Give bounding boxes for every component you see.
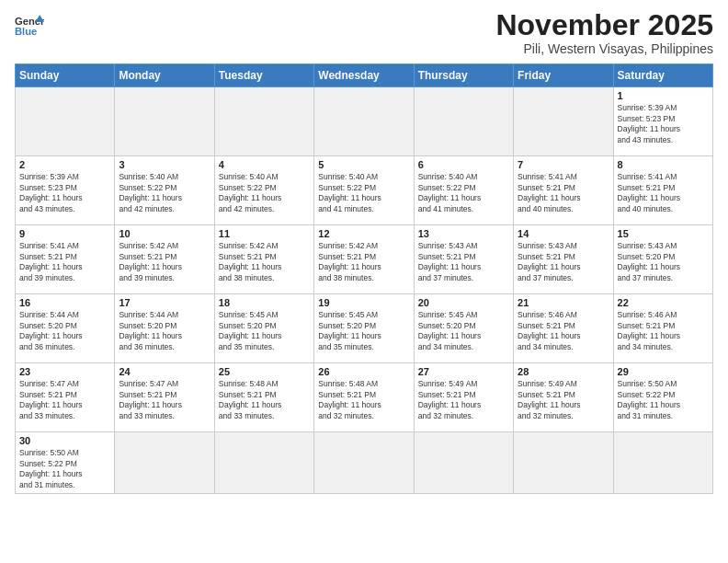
- day-info: Sunrise: 5:43 AM Sunset: 5:20 PM Dayligh…: [618, 241, 709, 283]
- day-info: Sunrise: 5:45 AM Sunset: 5:20 PM Dayligh…: [418, 310, 509, 352]
- day-info: Sunrise: 5:45 AM Sunset: 5:20 PM Dayligh…: [318, 310, 409, 352]
- day-info: Sunrise: 5:41 AM Sunset: 5:21 PM Dayligh…: [19, 241, 110, 283]
- calendar-cell: 15Sunrise: 5:43 AM Sunset: 5:20 PM Dayli…: [613, 225, 712, 294]
- day-number: 14: [518, 228, 609, 239]
- svg-text:Blue: Blue: [15, 26, 37, 37]
- day-number: 20: [418, 297, 509, 308]
- calendar-table: SundayMondayTuesdayWednesdayThursdayFrid…: [15, 63, 713, 494]
- calendar-cell: 25Sunrise: 5:48 AM Sunset: 5:21 PM Dayli…: [214, 363, 313, 432]
- generalblue-logo-icon: General Blue: [15, 13, 44, 39]
- calendar-week-row: 16Sunrise: 5:44 AM Sunset: 5:20 PM Dayli…: [16, 294, 713, 363]
- day-number: 18: [219, 297, 310, 308]
- day-info: Sunrise: 5:50 AM Sunset: 5:22 PM Dayligh…: [618, 379, 709, 421]
- calendar-cell: 17Sunrise: 5:44 AM Sunset: 5:20 PM Dayli…: [115, 294, 214, 363]
- day-number: 25: [219, 366, 310, 377]
- day-info: Sunrise: 5:49 AM Sunset: 5:21 PM Dayligh…: [418, 379, 509, 421]
- day-number: 24: [119, 366, 210, 377]
- day-number: 9: [19, 228, 110, 239]
- calendar-cell: 11Sunrise: 5:42 AM Sunset: 5:21 PM Dayli…: [214, 225, 313, 294]
- calendar-cell: [314, 432, 414, 494]
- day-number: 2: [19, 159, 110, 170]
- col-header-saturday: Saturday: [613, 64, 712, 87]
- calendar-week-row: 1Sunrise: 5:39 AM Sunset: 5:23 PM Daylig…: [16, 87, 713, 156]
- day-number: 3: [119, 159, 210, 170]
- day-number: 7: [518, 159, 609, 170]
- day-info: Sunrise: 5:44 AM Sunset: 5:20 PM Dayligh…: [19, 310, 110, 352]
- day-number: 5: [318, 159, 409, 170]
- calendar-cell: [514, 432, 613, 494]
- col-header-tuesday: Tuesday: [214, 64, 313, 87]
- calendar-cell: 6Sunrise: 5:40 AM Sunset: 5:22 PM Daylig…: [414, 156, 513, 225]
- calendar-cell: 13Sunrise: 5:43 AM Sunset: 5:21 PM Dayli…: [414, 225, 513, 294]
- calendar-cell: [613, 432, 712, 494]
- col-header-thursday: Thursday: [414, 64, 513, 87]
- day-info: Sunrise: 5:39 AM Sunset: 5:23 PM Dayligh…: [618, 103, 709, 145]
- day-number: 30: [19, 435, 110, 446]
- calendar-week-row: 30Sunrise: 5:50 AM Sunset: 5:22 PM Dayli…: [16, 432, 713, 494]
- day-number: 28: [518, 366, 609, 377]
- calendar-cell: 10Sunrise: 5:42 AM Sunset: 5:21 PM Dayli…: [115, 225, 214, 294]
- day-number: 21: [518, 297, 609, 308]
- calendar-cell: 16Sunrise: 5:44 AM Sunset: 5:20 PM Dayli…: [16, 294, 115, 363]
- calendar-cell: 8Sunrise: 5:41 AM Sunset: 5:21 PM Daylig…: [613, 156, 712, 225]
- page-container: General Blue November 2025 Pili, Western…: [0, 0, 728, 503]
- day-number: 6: [418, 159, 509, 170]
- day-info: Sunrise: 5:50 AM Sunset: 5:22 PM Dayligh…: [19, 448, 110, 490]
- calendar-cell: 4Sunrise: 5:40 AM Sunset: 5:22 PM Daylig…: [214, 156, 313, 225]
- calendar-cell: 21Sunrise: 5:46 AM Sunset: 5:21 PM Dayli…: [514, 294, 613, 363]
- col-header-sunday: Sunday: [16, 64, 115, 87]
- day-info: Sunrise: 5:46 AM Sunset: 5:21 PM Dayligh…: [518, 310, 609, 352]
- day-info: Sunrise: 5:40 AM Sunset: 5:22 PM Dayligh…: [219, 172, 310, 214]
- day-number: 15: [618, 228, 709, 239]
- day-info: Sunrise: 5:39 AM Sunset: 5:23 PM Dayligh…: [19, 172, 110, 214]
- calendar-cell: 27Sunrise: 5:49 AM Sunset: 5:21 PM Dayli…: [414, 363, 513, 432]
- location-subtitle: Pili, Western Visayas, Philippines: [495, 41, 713, 56]
- day-info: Sunrise: 5:43 AM Sunset: 5:21 PM Dayligh…: [418, 241, 509, 283]
- day-info: Sunrise: 5:47 AM Sunset: 5:21 PM Dayligh…: [119, 379, 210, 421]
- day-info: Sunrise: 5:44 AM Sunset: 5:20 PM Dayligh…: [119, 310, 210, 352]
- day-number: 13: [418, 228, 509, 239]
- day-info: Sunrise: 5:41 AM Sunset: 5:21 PM Dayligh…: [518, 172, 609, 214]
- calendar-cell: [514, 87, 613, 156]
- day-info: Sunrise: 5:49 AM Sunset: 5:21 PM Dayligh…: [518, 379, 609, 421]
- calendar-cell: 19Sunrise: 5:45 AM Sunset: 5:20 PM Dayli…: [314, 294, 414, 363]
- col-header-monday: Monday: [115, 64, 214, 87]
- calendar-cell: 26Sunrise: 5:48 AM Sunset: 5:21 PM Dayli…: [314, 363, 414, 432]
- day-number: 19: [318, 297, 409, 308]
- day-number: 27: [418, 366, 509, 377]
- calendar-cell: [214, 432, 313, 494]
- day-info: Sunrise: 5:41 AM Sunset: 5:21 PM Dayligh…: [618, 172, 709, 214]
- day-info: Sunrise: 5:46 AM Sunset: 5:21 PM Dayligh…: [618, 310, 709, 352]
- header: General Blue November 2025 Pili, Western…: [15, 9, 713, 56]
- day-number: 10: [119, 228, 210, 239]
- day-info: Sunrise: 5:40 AM Sunset: 5:22 PM Dayligh…: [119, 172, 210, 214]
- day-number: 16: [19, 297, 110, 308]
- calendar-cell: 14Sunrise: 5:43 AM Sunset: 5:21 PM Dayli…: [514, 225, 613, 294]
- calendar-cell: 12Sunrise: 5:42 AM Sunset: 5:21 PM Dayli…: [314, 225, 414, 294]
- calendar-cell: 1Sunrise: 5:39 AM Sunset: 5:23 PM Daylig…: [613, 87, 712, 156]
- day-info: Sunrise: 5:43 AM Sunset: 5:21 PM Dayligh…: [518, 241, 609, 283]
- day-number: 26: [318, 366, 409, 377]
- calendar-cell: 20Sunrise: 5:45 AM Sunset: 5:20 PM Dayli…: [414, 294, 513, 363]
- day-info: Sunrise: 5:42 AM Sunset: 5:21 PM Dayligh…: [219, 241, 310, 283]
- day-number: 1: [618, 90, 709, 101]
- calendar-cell: [414, 432, 513, 494]
- day-info: Sunrise: 5:40 AM Sunset: 5:22 PM Dayligh…: [418, 172, 509, 214]
- calendar-cell: 3Sunrise: 5:40 AM Sunset: 5:22 PM Daylig…: [115, 156, 214, 225]
- title-area: November 2025 Pili, Western Visayas, Phi…: [495, 9, 713, 56]
- day-number: 4: [219, 159, 310, 170]
- calendar-cell: [314, 87, 414, 156]
- day-number: 29: [618, 366, 709, 377]
- col-header-friday: Friday: [514, 64, 613, 87]
- calendar-cell: [115, 87, 214, 156]
- day-info: Sunrise: 5:47 AM Sunset: 5:21 PM Dayligh…: [19, 379, 110, 421]
- col-header-wednesday: Wednesday: [314, 64, 414, 87]
- calendar-cell: 29Sunrise: 5:50 AM Sunset: 5:22 PM Dayli…: [613, 363, 712, 432]
- calendar-cell: [16, 87, 115, 156]
- day-number: 17: [119, 297, 210, 308]
- day-number: 23: [19, 366, 110, 377]
- calendar-cell: 18Sunrise: 5:45 AM Sunset: 5:20 PM Dayli…: [214, 294, 313, 363]
- day-info: Sunrise: 5:48 AM Sunset: 5:21 PM Dayligh…: [219, 379, 310, 421]
- calendar-cell: 30Sunrise: 5:50 AM Sunset: 5:22 PM Dayli…: [16, 432, 115, 494]
- day-info: Sunrise: 5:45 AM Sunset: 5:20 PM Dayligh…: [219, 310, 310, 352]
